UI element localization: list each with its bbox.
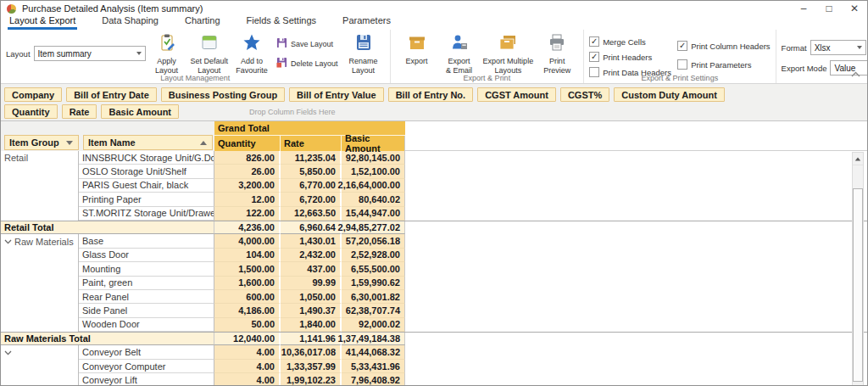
checkbox-icon[interactable] — [677, 59, 687, 70]
ribbon-tab[interactable]: Fields & Settings — [245, 16, 319, 30]
item-group-cell[interactable] — [1, 249, 79, 262]
quantity-cell[interactable]: 1,500.00 — [214, 262, 281, 276]
item-name-cell[interactable]: Glass Door — [79, 249, 214, 262]
set-default-layout-button[interactable]: Set DefaultLayout — [191, 33, 229, 76]
close-button[interactable]: ✕ — [842, 1, 867, 16]
export-email-button[interactable]: Export& Email — [441, 33, 478, 76]
apply-layout-button[interactable]: ApplyLayout — [148, 33, 186, 76]
minimize-button[interactable]: – — [791, 1, 816, 16]
rate-cell[interactable]: 11,235.04 — [281, 151, 342, 165]
item-group-cell[interactable] — [1, 373, 79, 386]
rate-cell[interactable]: 12,663.50 — [281, 207, 342, 221]
basic-amount-cell[interactable]: 5,33,431.96 — [342, 360, 405, 373]
field-chip[interactable]: Basic Amount — [101, 104, 179, 119]
basic-amount-cell[interactable]: 41,44,068.32 — [342, 345, 405, 359]
basic-amount-cell[interactable]: 6,55,500.00 — [342, 262, 405, 276]
item-group-cell[interactable]: Retail — [1, 151, 79, 165]
ribbon-tab[interactable]: Layout & Export — [8, 16, 77, 30]
item-group-cell[interactable] — [1, 345, 79, 359]
field-chip[interactable]: Rate — [62, 104, 97, 119]
rate-cell[interactable]: 6,720.00 — [281, 193, 342, 206]
field-chip[interactable]: Company — [4, 87, 62, 102]
export-mode-dropdown[interactable]: Value — [830, 60, 868, 76]
quantity-cell[interactable]: 122.00 — [214, 207, 281, 221]
quantity-cell[interactable]: 826.00 — [214, 151, 281, 165]
item-group-cell[interactable] — [1, 360, 79, 373]
basic-amount-cell[interactable]: 62,38,707.74 — [342, 304, 405, 317]
collapse-chevron-icon[interactable] — [4, 350, 12, 355]
rate-cell[interactable]: 1,050.00 — [281, 290, 342, 304]
setting-checkbox[interactable]: Print Parameters — [677, 59, 770, 70]
filter-dropdown-icon[interactable] — [66, 141, 73, 145]
rate-cell[interactable]: 2,432.00 — [281, 249, 342, 262]
basic-amount-cell[interactable]: 15,44,947.00 — [342, 207, 405, 221]
item-group-cell[interactable]: Raw Materials — [1, 234, 79, 248]
basic-amount-cell[interactable]: 2,52,928.00 — [342, 249, 405, 262]
quantity-cell[interactable]: 4.00 — [214, 360, 281, 373]
quantity-cell[interactable]: 4,000.00 — [214, 234, 281, 248]
basic-amount-cell[interactable]: 92,000.02 — [342, 318, 405, 332]
format-dropdown[interactable]: Xlsx — [810, 40, 866, 55]
setting-checkbox[interactable]: ✓ Print Column Headers — [677, 41, 770, 51]
item-name-cell[interactable]: PARIS Guest Chair, black — [79, 179, 214, 193]
item-name-cell[interactable]: Rear Panel — [79, 290, 214, 304]
quantity-cell[interactable]: 1,600.00 — [214, 277, 281, 290]
item-group-cell[interactable] — [1, 193, 79, 206]
field-chip[interactable]: Quantity — [4, 104, 58, 119]
item-group-cell[interactable] — [1, 207, 79, 221]
ribbon-tab[interactable]: Charting — [183, 16, 222, 30]
item-group-cell[interactable] — [1, 262, 79, 276]
scroll-up-button[interactable] — [853, 153, 863, 165]
basic-amount-cell[interactable]: 57,20,056.18 — [342, 234, 405, 248]
maximize-button[interactable]: □ — [816, 1, 842, 16]
field-chip[interactable]: CGST% — [560, 87, 609, 102]
item-group-cell[interactable] — [1, 318, 79, 332]
quantity-cell[interactable]: 104.00 — [214, 249, 281, 262]
item-group-cell[interactable] — [1, 277, 79, 290]
collapse-chevron-icon[interactable] — [4, 239, 12, 244]
quantity-cell[interactable]: 3,200.00 — [214, 179, 281, 193]
item-name-cell[interactable]: ST.MORITZ Storage Unit/Drawers — [79, 207, 214, 221]
collapse-ribbon-button[interactable] — [851, 65, 860, 81]
field-chip[interactable]: Bill of Entry Value — [289, 87, 384, 102]
item-name-cell[interactable]: OSLO Storage Unit/Shelf — [79, 165, 214, 178]
checkbox-icon[interactable]: ✓ — [589, 36, 599, 47]
item-name-cell[interactable]: Printing Paper — [79, 193, 214, 206]
scrollbar-thumb[interactable] — [853, 188, 863, 382]
item-name-cell[interactable]: Conveyor Lift — [79, 373, 214, 386]
layout-dropdown[interactable]: Item summary — [34, 46, 146, 61]
item-group-cell[interactable] — [1, 304, 79, 317]
setting-checkbox[interactable]: ✓ Merge Cells — [589, 36, 677, 47]
rate-cell[interactable]: 1,490.37 — [281, 304, 342, 317]
checkbox-icon[interactable]: ✓ — [677, 41, 687, 51]
basic-amount-column-header[interactable]: Basic Amount — [342, 136, 405, 151]
quantity-cell[interactable]: 12.00 — [214, 193, 281, 206]
item-group-field-chip[interactable]: Item Group — [4, 135, 79, 150]
rename-layout-button[interactable]: RenameLayout — [345, 33, 382, 76]
field-chip[interactable]: CGST Amount — [477, 87, 556, 102]
sort-ascending-icon[interactable] — [200, 141, 207, 145]
quantity-cell[interactable]: 26.00 — [214, 165, 281, 178]
quantity-cell[interactable]: 50.00 — [214, 318, 281, 332]
quantity-column-header[interactable]: Quantity — [214, 136, 281, 151]
setting-checkbox[interactable]: ✓ Print Headers — [589, 52, 677, 62]
rate-cell[interactable]: 437.00 — [281, 262, 342, 276]
field-chip[interactable]: Business Posting Group — [161, 87, 285, 102]
rate-cell[interactable]: 1,840.00 — [281, 318, 342, 332]
export-button[interactable]: Export — [398, 33, 436, 66]
rate-cell[interactable]: 5,850.00 — [281, 165, 342, 178]
export-multiple-layouts-button[interactable]: Export MultipleLayouts — [483, 33, 534, 76]
basic-amount-cell[interactable]: 2,16,64,000.00 — [342, 179, 405, 193]
ribbon-tab[interactable]: Parameters — [341, 16, 392, 30]
rate-cell[interactable]: 10,36,017.08 — [281, 345, 342, 359]
item-name-cell[interactable]: Base — [79, 234, 214, 248]
quantity-cell[interactable]: 600.00 — [214, 290, 281, 304]
print-preview-button[interactable]: PrintPreview — [538, 33, 576, 76]
item-name-cell[interactable]: Side Panel — [79, 304, 214, 317]
basic-amount-cell[interactable]: 6,30,001.82 — [342, 290, 405, 304]
quantity-cell[interactable]: 4,186.00 — [214, 304, 281, 317]
item-group-cell[interactable] — [1, 179, 79, 193]
item-name-cell[interactable]: Conveyor Belt — [79, 345, 214, 359]
add-to-favourite-button[interactable]: Add toFavourite — [233, 33, 270, 76]
rate-cell[interactable]: 99.99 — [281, 277, 342, 290]
